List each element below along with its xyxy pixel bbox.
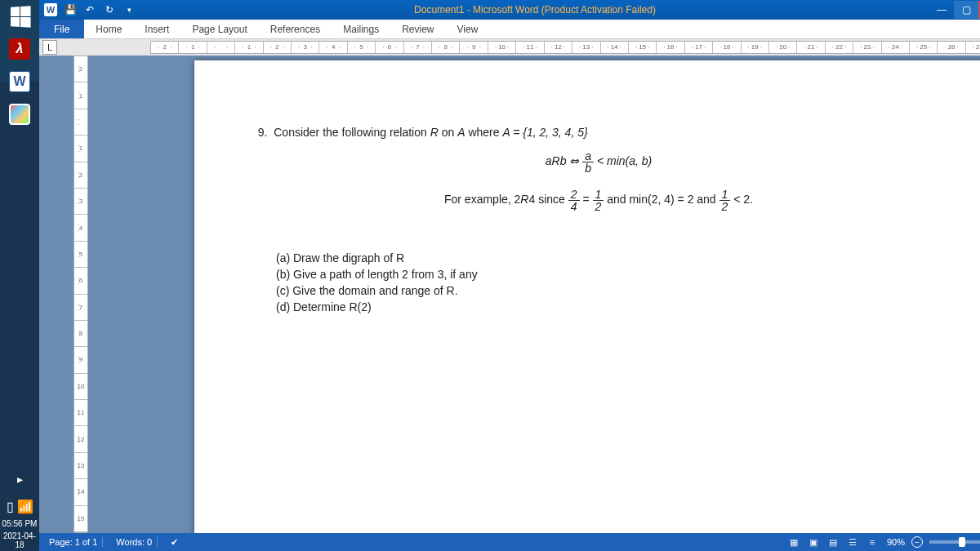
tab-page-layout[interactable]: Page Layout xyxy=(180,20,258,38)
qat-word-icon[interactable]: W xyxy=(42,2,59,17)
web-layout-icon[interactable]: ▤ xyxy=(825,535,841,549)
zoom-out-button[interactable]: − xyxy=(911,536,923,548)
tab-selector[interactable]: L xyxy=(42,40,57,55)
spell-check-icon[interactable]: ✔ xyxy=(166,537,183,548)
word-count[interactable]: Words: 0 xyxy=(111,537,158,547)
page-scroll[interactable]: 9. Consider the following relation R on … xyxy=(90,56,980,533)
file-tab[interactable]: File xyxy=(39,20,84,38)
outline-icon[interactable]: ☰ xyxy=(844,535,861,549)
taskbar-overflow[interactable]: ▸ xyxy=(0,463,39,495)
tab-references[interactable]: References xyxy=(259,20,332,38)
sub-question-b: (b) Give a path of length 2 from 3, if a… xyxy=(276,268,946,281)
tray-date[interactable]: 2021-04-18 xyxy=(0,530,39,551)
word-window: W 💾 ↶ ↻ ▾ Document1 - Microsoft Word (Pr… xyxy=(39,0,980,551)
status-bar: Page: 1 of 1 Words: 0 ✔ ▦ ▣ ▤ ☰ ≡ 90% − … xyxy=(39,533,980,551)
document-area: 21123456789101112131415 9. Consider the … xyxy=(39,56,980,533)
windows-taskbar: λ W ▸ ▯📶 05:56 PM 2021-04-18 xyxy=(0,0,39,551)
quick-access-toolbar: W 💾 ↶ ↻ ▾ xyxy=(39,2,140,17)
acrobat-icon[interactable]: λ xyxy=(0,33,39,65)
question-9: 9. Consider the following relation R on … xyxy=(252,126,946,139)
ribbon-tabs: File Home Insert Page Layout References … xyxy=(39,20,980,39)
maximize-button[interactable]: ▢ xyxy=(954,1,978,19)
example-line: For example, 2R4 since 24 = 12 and min(2… xyxy=(252,189,946,212)
window-title: Document1 - Microsoft Word (Product Acti… xyxy=(140,4,929,16)
draft-icon[interactable]: ≡ xyxy=(864,535,880,549)
tab-review[interactable]: Review xyxy=(390,20,445,38)
ruler-area: L 21123456789101112131415161718192021222… xyxy=(39,39,980,56)
full-screen-icon[interactable]: ▣ xyxy=(805,535,822,549)
print-layout-icon[interactable]: ▦ xyxy=(786,535,802,549)
zoom-level[interactable]: 90% xyxy=(887,537,905,547)
tab-view[interactable]: View xyxy=(446,20,490,38)
start-button[interactable] xyxy=(0,0,39,33)
minimize-button[interactable]: — xyxy=(929,1,954,19)
zoom-slider[interactable] xyxy=(929,540,980,544)
redo-icon[interactable]: ↻ xyxy=(101,2,118,17)
tab-home[interactable]: Home xyxy=(84,20,133,38)
tray-signal[interactable]: ▯📶 xyxy=(0,495,39,518)
vertical-ruler[interactable]: 21123456789101112131415 xyxy=(74,56,88,533)
tray-time[interactable]: 05:56 PM xyxy=(0,518,39,530)
relation-definition: aRb ⇔ ab < min(a, b) xyxy=(252,150,946,174)
sub-question-d: (d) Determine R(2) xyxy=(276,300,946,313)
page-status[interactable]: Page: 1 of 1 xyxy=(44,537,103,547)
save-icon[interactable]: 💾 xyxy=(62,2,78,17)
tab-mailings[interactable]: Mailings xyxy=(332,20,390,38)
sub-question-a: (a) Draw the digraph of R xyxy=(276,251,946,264)
sub-question-c: (c) Give the domain and range of R. xyxy=(276,284,946,297)
horizontal-ruler[interactable]: 2112345678910111213141516171819202122232… xyxy=(150,41,980,54)
paint-icon[interactable] xyxy=(0,98,39,131)
word-icon[interactable]: W xyxy=(0,65,39,98)
title-bar: W 💾 ↶ ↻ ▾ Document1 - Microsoft Word (Pr… xyxy=(39,0,980,20)
undo-icon[interactable]: ↶ xyxy=(82,2,98,17)
qat-customize-icon[interactable]: ▾ xyxy=(121,2,137,17)
page: 9. Consider the following relation R on … xyxy=(194,60,980,533)
tab-insert[interactable]: Insert xyxy=(133,20,180,38)
